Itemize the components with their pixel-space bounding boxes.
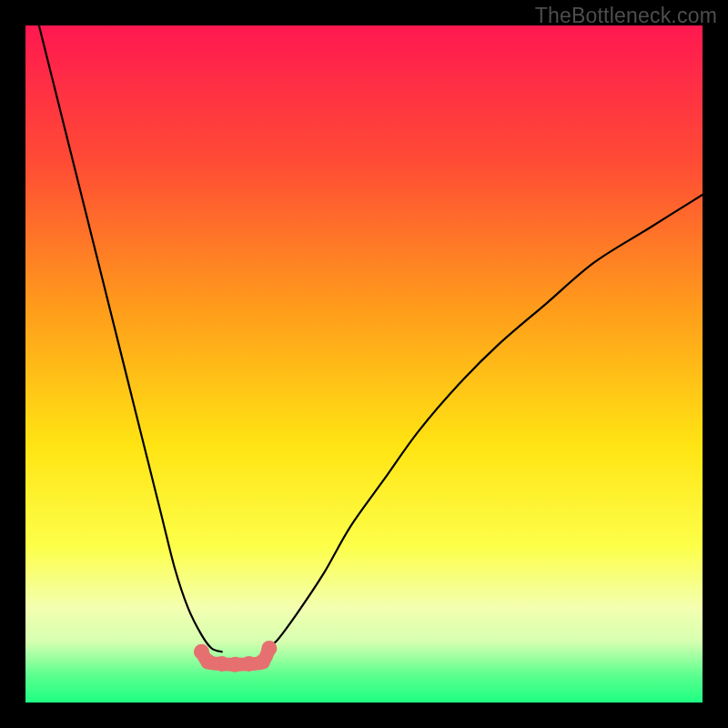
attribution-text: TheBottleneck.com: [535, 4, 717, 28]
plot-area: [25, 25, 703, 703]
chart-frame: TheBottleneck.com: [0, 0, 728, 728]
background-gradient: [25, 25, 703, 703]
svg-rect-0: [25, 25, 703, 703]
